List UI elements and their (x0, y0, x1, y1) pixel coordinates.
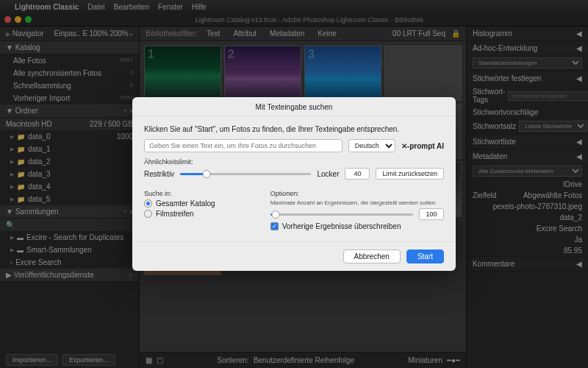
similarity-slider[interactable] (180, 173, 311, 175)
cancel-button[interactable]: Abbrechen (343, 250, 401, 263)
start-button[interactable]: Start (406, 250, 444, 263)
modal-overlay: Mit Texteingabe suchen Klicken Sie auf "… (0, 0, 588, 368)
dialog-instruction: Klicken Sie auf "Start", um Fotos zu fin… (144, 125, 444, 133)
max-results-input[interactable] (419, 208, 444, 220)
overwrite-checkbox[interactable]: ✓Vorherige Ergebnisse überschreiben (270, 222, 444, 230)
dialog-title: Mit Texteingabe suchen (132, 97, 456, 116)
radio-filmstrip[interactable]: Filmstreifen (144, 210, 253, 218)
brand-logo: ✕-prompt AI (401, 142, 444, 150)
max-results-slider[interactable] (270, 213, 413, 216)
similarity-value-input[interactable] (345, 168, 370, 180)
language-select[interactable]: Deutsch (348, 139, 395, 152)
text-search-dialog: Mit Texteingabe suchen Klicken Sie auf "… (132, 97, 456, 271)
search-text-input[interactable] (144, 139, 343, 152)
similarity-label: Ähnlichkeitslimit: (144, 158, 444, 166)
reset-limit-button[interactable]: Limit zurücksetzen (376, 168, 444, 180)
radio-whole-catalog[interactable]: Gesamter Katalog (144, 199, 253, 208)
